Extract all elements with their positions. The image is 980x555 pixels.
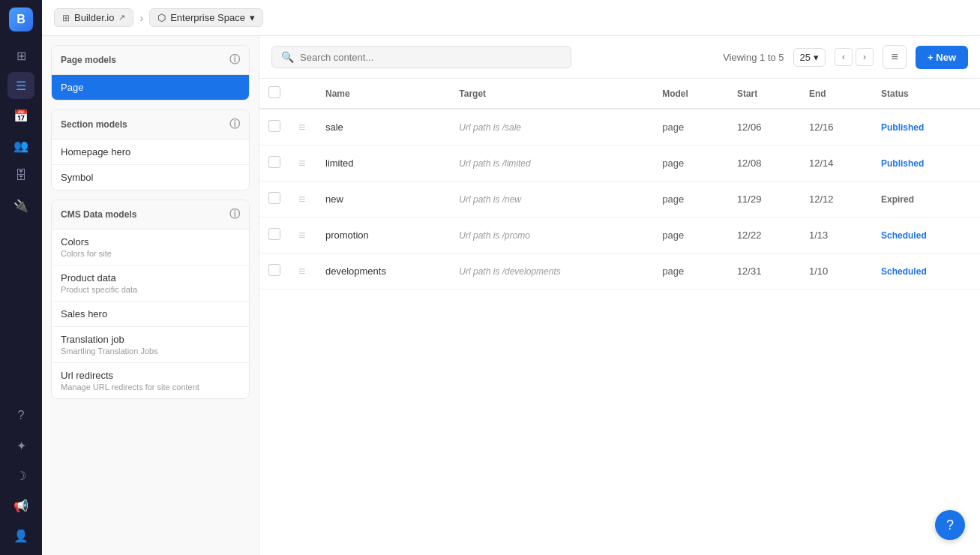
cell-end-1: 12/14 xyxy=(800,146,872,182)
cell-status-0: Published xyxy=(872,109,980,146)
sidebar-item-translation-job[interactable]: Translation job Smartling Translation Jo… xyxy=(52,327,249,363)
toolbar: 🔍 Viewing 1 to 5 25 ▾ ‹ › ≡ + New xyxy=(259,36,980,79)
chevron-down-icon: ▾ xyxy=(250,12,255,23)
new-button[interactable]: + New xyxy=(916,46,968,69)
row-checkbox-2[interactable] xyxy=(268,192,280,204)
row-checkbox-1[interactable] xyxy=(268,156,280,168)
sidebar: B ⊞ ☰ 📅 👥 🗄 🔌 ? ✦ ☽ 📢 👤 xyxy=(0,0,42,555)
status-badge-3: Scheduled xyxy=(881,229,927,242)
cell-end-3: 1/13 xyxy=(800,218,872,254)
cms-data-models-section: CMS Data models ⓘ Colors Colors for site… xyxy=(51,200,250,399)
page-models-section: Page models ⓘ Page xyxy=(51,45,250,100)
colors-subtitle: Colors for site xyxy=(61,249,240,258)
viewing-info: Viewing 1 to 5 xyxy=(723,52,784,63)
table-row[interactable]: ≡ new Url path is /new page 11/29 12/12 … xyxy=(259,182,980,218)
sidebar-item-colors[interactable]: Colors Colors for site xyxy=(52,230,249,266)
nav-star-icon[interactable]: ✦ xyxy=(7,432,34,459)
space-label: Enterprise Space xyxy=(170,12,245,23)
nav-announce-icon[interactable]: 📢 xyxy=(7,492,34,519)
col-model: Model xyxy=(653,79,728,109)
content-area: Page models ⓘ Page Section models ⓘ Home… xyxy=(42,36,980,555)
section-models-header: Section models ⓘ xyxy=(52,110,249,140)
help-float-button[interactable]: ? xyxy=(935,510,965,540)
cell-model-1: page xyxy=(653,146,728,182)
sidebar-item-product-data[interactable]: Product data Product specific data xyxy=(52,266,249,302)
per-page-selector[interactable]: 25 ▾ xyxy=(793,48,826,67)
breadcrumb-chevron: › xyxy=(139,12,143,24)
table-row[interactable]: ≡ sale Url path is /sale page 12/06 12/1… xyxy=(259,109,980,146)
status-badge-0: Published xyxy=(881,121,924,134)
translation-job-subtitle: Smartling Translation Jobs xyxy=(61,346,240,356)
cell-status-4: Scheduled xyxy=(872,254,980,290)
cell-model-0: page xyxy=(653,109,728,146)
drag-handle-4[interactable]: ≡ xyxy=(298,265,305,278)
cell-target-3: Url path is /promo xyxy=(450,218,653,254)
builder-label: Builder.io xyxy=(74,12,114,23)
col-target: Target xyxy=(450,79,653,109)
page-models-title: Page models xyxy=(61,55,116,65)
builder-breadcrumb[interactable]: ⊞ Builder.io ↗ xyxy=(54,8,133,27)
cell-end-0: 12/16 xyxy=(800,109,872,146)
space-selector[interactable]: ⬡ Enterprise Space ▾ xyxy=(149,8,263,27)
col-status: Status xyxy=(872,79,980,109)
cell-target-0: Url path is /sale xyxy=(450,109,653,146)
cell-status-2: Expired xyxy=(872,182,980,218)
colors-label: Colors xyxy=(61,236,240,248)
nav-calendar-icon[interactable]: 📅 xyxy=(7,102,34,129)
sidebar-item-homepage-hero[interactable]: Homepage hero xyxy=(52,140,249,165)
sidebar-item-symbol[interactable]: Symbol xyxy=(52,165,249,190)
sidebar-item-sales-hero[interactable]: Sales hero xyxy=(52,302,249,327)
space-icon: ⬡ xyxy=(157,12,166,23)
cell-start-1: 12/08 xyxy=(728,146,800,182)
row-checkbox-3[interactable] xyxy=(268,228,280,240)
nav-moon-icon[interactable]: ☽ xyxy=(7,462,34,489)
table-row[interactable]: ≡ promotion Url path is /promo page 12/2… xyxy=(259,218,980,254)
sidebar-item-page[interactable]: Page xyxy=(52,75,249,100)
nav-content-icon[interactable]: ☰ xyxy=(7,72,34,99)
cell-name-4: developments xyxy=(316,254,450,290)
nav-grid-icon[interactable]: ⊞ xyxy=(7,42,34,69)
row-checkbox-0[interactable] xyxy=(268,120,280,132)
row-checkbox-4[interactable] xyxy=(268,264,280,276)
cell-name-0: sale xyxy=(316,109,450,146)
translation-job-label: Translation job xyxy=(61,334,240,345)
cell-start-4: 12/31 xyxy=(728,254,800,290)
product-data-label: Product data xyxy=(61,272,240,284)
section-models-section: Section models ⓘ Homepage hero Symbol xyxy=(51,110,250,190)
cell-model-4: page xyxy=(653,254,728,290)
drag-handle-0[interactable]: ≡ xyxy=(298,121,305,134)
top-bar: ⊞ Builder.io ↗ › ⬡ Enterprise Space ▾ xyxy=(42,0,980,36)
sidebar-item-url-redirects[interactable]: Url redirects Manage URL redirects for s… xyxy=(52,363,249,398)
cell-status-3: Scheduled xyxy=(872,218,980,254)
section-models-title: Section models xyxy=(61,119,127,130)
select-all-checkbox[interactable] xyxy=(268,86,280,98)
filter-button[interactable]: ≡ xyxy=(883,45,907,69)
cell-end-4: 1/10 xyxy=(800,254,872,290)
drag-handle-3[interactable]: ≡ xyxy=(298,229,305,242)
search-input[interactable] xyxy=(300,52,562,63)
drag-handle-2[interactable]: ≡ xyxy=(298,193,305,206)
url-redirects-label: Url redirects xyxy=(61,370,240,381)
status-badge-1: Published xyxy=(881,157,924,170)
nav-people-icon[interactable]: 👥 xyxy=(7,132,34,159)
nav-user-icon[interactable]: 👤 xyxy=(7,522,34,549)
table-row[interactable]: ≡ limited Url path is /limited page 12/0… xyxy=(259,146,980,182)
nav-data-icon[interactable]: 🗄 xyxy=(7,162,34,189)
cell-model-3: page xyxy=(653,218,728,254)
per-page-value: 25 xyxy=(800,52,811,63)
cms-data-models-info-icon[interactable]: ⓘ xyxy=(229,208,240,221)
section-models-info-icon[interactable]: ⓘ xyxy=(229,118,240,131)
nav-help-icon[interactable]: ? xyxy=(7,402,34,429)
drag-handle-1[interactable]: ≡ xyxy=(298,157,305,170)
prev-page-button[interactable]: ‹ xyxy=(835,48,853,66)
logo[interactable]: B xyxy=(7,6,34,33)
next-page-button[interactable]: › xyxy=(856,48,874,66)
page-models-info-icon[interactable]: ⓘ xyxy=(229,53,240,67)
search-box[interactable]: 🔍 xyxy=(271,46,571,68)
table-row[interactable]: ≡ developments Url path is /developments… xyxy=(259,254,980,290)
nav-plugin-icon[interactable]: 🔌 xyxy=(7,192,34,219)
cell-start-2: 11/29 xyxy=(728,182,800,218)
url-redirects-subtitle: Manage URL redirects for site content xyxy=(61,382,240,392)
cell-end-2: 12/12 xyxy=(800,182,872,218)
status-badge-2: Expired xyxy=(881,193,914,206)
